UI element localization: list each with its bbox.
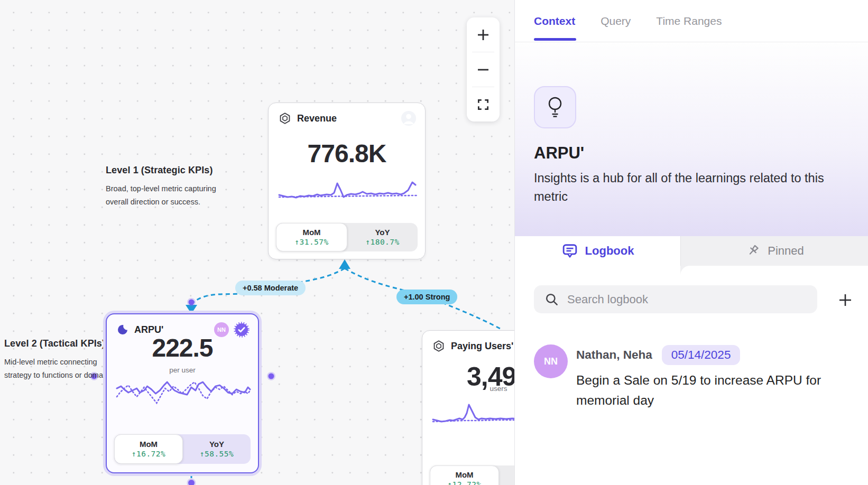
metric-value: 776.8K bbox=[269, 139, 425, 168]
panel-tabbar: Context Query Time Ranges bbox=[515, 0, 868, 42]
period-toggle: MoM ↑12.72% bbox=[430, 465, 514, 485]
mom-value: ↑16.72% bbox=[132, 449, 166, 459]
arrowhead-up-icon bbox=[339, 259, 350, 269]
metric-value: 222.5 bbox=[107, 333, 258, 362]
mom-toggle-button[interactable]: MoM ↑31.57% bbox=[276, 223, 347, 251]
plus-icon bbox=[476, 28, 490, 42]
content-rounded-corner bbox=[680, 266, 868, 280]
search-icon bbox=[544, 292, 559, 306]
annotation-text: Broad, top-level metric capturing bbox=[106, 183, 216, 194]
entry-message: Begin a Sale on 5/19 to increase ARPU fo… bbox=[576, 370, 836, 411]
mom-label: MoM bbox=[302, 228, 320, 237]
add-log-entry-button[interactable] bbox=[836, 291, 854, 309]
mom-value: ↑31.57% bbox=[294, 237, 329, 247]
tab-pinned-label: Pinned bbox=[768, 244, 804, 258]
sparkline-chart bbox=[278, 177, 417, 208]
hexagon-icon bbox=[278, 111, 292, 125]
log-entry[interactable]: NN Nathan, Neha 05/14/2025 Begin a Sale … bbox=[534, 344, 852, 411]
yoy-toggle-button[interactable]: YoY ↑58.55% bbox=[183, 434, 251, 464]
metric-card-title: Paying Users' bbox=[451, 341, 513, 352]
mom-toggle-button[interactable]: MoM ↑12.72% bbox=[430, 465, 499, 485]
mom-value: ↑12.72% bbox=[447, 480, 482, 485]
metric-card-paying-users[interactable]: Paying Users' 3,491 users MoM ↑12.72% bbox=[422, 330, 514, 485]
fullscreen-icon bbox=[476, 98, 490, 111]
minus-icon bbox=[476, 63, 490, 77]
metric-card-title: Revenue bbox=[297, 113, 337, 124]
edge-label-moderate[interactable]: +0.58 Moderate bbox=[235, 281, 306, 295]
annotation-text: Mid-level metric connecting bbox=[4, 357, 115, 368]
entry-author: Nathan, Neha bbox=[576, 348, 652, 362]
annotation-title: Level 1 (Strategic KPIs) bbox=[106, 165, 216, 176]
yoy-toggle-button[interactable] bbox=[499, 465, 514, 485]
metric-unit: users bbox=[422, 385, 514, 393]
lightbulb-icon bbox=[543, 95, 567, 119]
entry-date-badge: 05/14/2025 bbox=[662, 345, 741, 365]
pushpin-icon bbox=[745, 243, 761, 259]
tab-time-ranges[interactable]: Time Ranges bbox=[656, 15, 722, 27]
insights-icon-tile bbox=[534, 86, 576, 128]
annotation-level-1: Level 1 (Strategic KPIs) Broad, top-leve… bbox=[106, 165, 216, 208]
app-window: Level 1 (Strategic KPIs) Broad, top-leve… bbox=[0, 0, 868, 485]
ghost-avatar-icon bbox=[401, 110, 417, 126]
metric-detail-panel: Context Query Time Ranges ARPU' Insights… bbox=[514, 0, 868, 485]
yoy-label: YoY bbox=[375, 228, 390, 237]
metric-card-arpu[interactable]: ARPU' NN 222.5 per user MoM bbox=[106, 313, 259, 473]
metric-context-header: ARPU' Insights is a hub for all of the l… bbox=[515, 42, 868, 236]
metric-card-revenue[interactable]: Revenue 776.8K MoM ↑31.57% bbox=[268, 102, 426, 259]
connection-handle[interactable] bbox=[188, 480, 195, 485]
sparkline-chart bbox=[116, 374, 251, 413]
zoom-in-button[interactable] bbox=[467, 17, 500, 52]
search-input[interactable] bbox=[567, 293, 807, 306]
insights-description: Insights is a hub for all of the learnin… bbox=[534, 169, 839, 206]
annotation-text: overall direction or success. bbox=[106, 197, 216, 208]
connection-handle[interactable] bbox=[269, 374, 274, 379]
tab-logbook-label: Logbook bbox=[585, 244, 634, 258]
logbook-search[interactable] bbox=[534, 285, 817, 313]
sparkline-chart bbox=[431, 398, 514, 430]
yoy-value: ↑180.7% bbox=[365, 237, 400, 247]
author-avatar: NN bbox=[534, 344, 568, 378]
mom-toggle-button[interactable]: MoM ↑16.72% bbox=[114, 434, 183, 464]
tab-query[interactable]: Query bbox=[601, 15, 631, 27]
tab-pinned[interactable]: Pinned bbox=[680, 236, 868, 266]
tab-context[interactable]: Context bbox=[534, 15, 575, 27]
metric-name-title: ARPU' bbox=[534, 144, 584, 163]
tab-logbook[interactable]: Logbook bbox=[515, 236, 680, 266]
edge-label-strong[interactable]: +1.00 Strong bbox=[396, 290, 457, 304]
annotation-text: strategy to functions or domains. bbox=[4, 370, 115, 381]
active-tab-indicator bbox=[534, 38, 576, 41]
period-toggle: MoM ↑31.57% YoY ↑180.7% bbox=[276, 223, 418, 251]
annotation-level-2: Level 2 (Tactical KPIs) Mid-level metric… bbox=[4, 338, 115, 381]
plus-icon bbox=[837, 292, 853, 308]
metric-unit: per user bbox=[107, 366, 258, 374]
logbook-comment-icon bbox=[561, 243, 578, 259]
logbook-search-row bbox=[534, 285, 868, 313]
mom-label: MoM bbox=[140, 440, 158, 449]
fit-view-button[interactable] bbox=[467, 87, 500, 122]
yoy-toggle-button[interactable]: YoY ↑180.7% bbox=[347, 223, 418, 251]
connection-handle[interactable] bbox=[189, 300, 195, 305]
logbook-pinned-tabs: Logbook Pinned bbox=[515, 236, 868, 266]
metric-tree-canvas[interactable]: Level 1 (Strategic KPIs) Broad, top-leve… bbox=[0, 0, 514, 485]
mom-label: MoM bbox=[455, 470, 473, 480]
period-toggle: MoM ↑16.72% YoY ↑58.55% bbox=[114, 434, 251, 464]
yoy-value: ↑58.55% bbox=[200, 449, 234, 459]
yoy-label: YoY bbox=[209, 440, 224, 449]
hexagon-icon bbox=[432, 339, 446, 353]
canvas-zoom-controls bbox=[467, 17, 500, 122]
zoom-out-button[interactable] bbox=[467, 52, 500, 87]
annotation-title: Level 2 (Tactical KPIs) bbox=[4, 338, 115, 349]
